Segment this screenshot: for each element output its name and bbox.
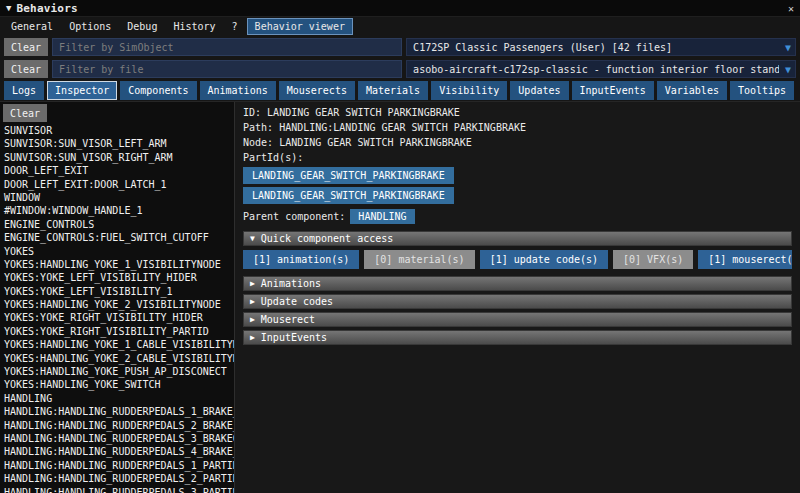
- list-toolbar: Clear: [0, 102, 234, 124]
- tab[interactable]: Mouserects: [279, 81, 355, 100]
- tab[interactable]: Updates: [510, 81, 568, 100]
- list-item[interactable]: YOKES:HANDLING_YOKE_1_VISIBILITYNODE: [0, 258, 234, 271]
- id-line: ID: LANDING_GEAR_SWITCH_PARKINGBRAKE: [243, 107, 792, 118]
- list-item[interactable]: HANDLING: [0, 392, 234, 405]
- id-label: ID:: [243, 107, 261, 118]
- clear-simobject-filter-button[interactable]: Clear: [4, 38, 48, 56]
- id-value: LANDING_GEAR_SWITCH_PARKINGBRAKE: [267, 107, 460, 118]
- quick-access-button[interactable]: [0] VFX(s): [613, 250, 693, 269]
- path-line: Path: HANDLING:LANDING_GEAR_SWITCH_PARKI…: [243, 122, 792, 133]
- list-item[interactable]: YOKES:YOKE_LEFT_VISIBILITY_1: [0, 285, 234, 298]
- collapsed-section-header[interactable]: ▶ InputEvents: [243, 330, 792, 345]
- tab[interactable]: Animations: [200, 81, 276, 100]
- list-item[interactable]: YOKES:HANDLING_YOKE_1_CABLE_VISIBILITYNO…: [0, 338, 234, 351]
- list-item[interactable]: YOKES: [0, 245, 234, 258]
- list-item[interactable]: YOKES:HANDLING_YOKE_2_VISIBILITYNODE: [0, 298, 234, 311]
- collapsed-section-header[interactable]: ▶ Mouserect: [243, 312, 792, 327]
- list-item[interactable]: DOOR_LEFT_EXIT: [0, 164, 234, 177]
- list-item[interactable]: YOKES:HANDLING_YOKE_2_CABLE_VISIBILITYNO…: [0, 352, 234, 365]
- list-item[interactable]: HANDLING:HANDLING_RUDDERPEDALS_2_PARTID: [0, 472, 234, 485]
- collapsed-sections: ▶ Animations ▶ Update codes ▶ Mouserect …: [243, 276, 792, 345]
- collapsed-icon: ▶: [250, 295, 255, 309]
- tab[interactable]: Materials: [358, 81, 428, 100]
- quick-access-buttons: [1] animation(s)[0] material(s)[1] updat…: [243, 250, 792, 269]
- tab[interactable]: InputEvents: [572, 81, 654, 100]
- list-item[interactable]: HANDLING:HANDLING_RUDDERPEDALS_2_BRAKE_P…: [0, 419, 234, 432]
- collapsed-icon: ▶: [250, 277, 255, 291]
- list-item[interactable]: DOOR_LEFT_EXIT:DOOR_LATCH_1: [0, 178, 234, 191]
- list-item[interactable]: YOKES:YOKE_RIGHT_VISIBILITY_PARTID: [0, 325, 234, 338]
- file-filter-input[interactable]: [52, 60, 402, 78]
- file-dropdown[interactable]: asobo-aircraft-c172sp-classic - function…: [406, 60, 796, 78]
- list-item[interactable]: SUNVISOR:SUN_VISOR_RIGHT_ARM: [0, 151, 234, 164]
- simobject-filter-input[interactable]: [52, 38, 402, 56]
- list-item[interactable]: HANDLING:HANDLING_RUDDERPEDALS_1_PARTID: [0, 459, 234, 472]
- collapsed-section-header[interactable]: ▶ Update codes: [243, 294, 792, 309]
- quick-access-button[interactable]: [1] update code(s): [480, 250, 608, 269]
- partid-button[interactable]: LANDING_GEAR_SWITCH_PARKINGBRAKE: [243, 167, 454, 184]
- list-item[interactable]: HANDLING:HANDLING_RUDDERPEDALS_4_BRAKE_P…: [0, 445, 234, 458]
- clear-file-filter-button[interactable]: Clear: [4, 60, 48, 78]
- behavior-list-panel: Clear SUNVISORSUNVISOR:SUN_VISOR_LEFT_AR…: [0, 102, 235, 493]
- menu-item[interactable]: History: [166, 19, 222, 34]
- tab[interactable]: Variables: [657, 81, 727, 100]
- behavior-list: SUNVISORSUNVISOR:SUN_VISOR_LEFT_ARMSUNVI…: [0, 124, 234, 493]
- menu-item[interactable]: General: [4, 19, 60, 34]
- list-item[interactable]: YOKES:YOKE_RIGHT_VISIBILITY_HIDER: [0, 311, 234, 324]
- section-title: Mouserect: [261, 313, 315, 327]
- simobject-dropdown-value: C172SP Classic Passengers (User) [42 fil…: [413, 42, 779, 53]
- clear-list-button[interactable]: Clear: [3, 104, 47, 122]
- parent-component-button[interactable]: HANDLING: [350, 209, 414, 224]
- partid-button[interactable]: LANDING_GEAR_SWITCH_PARKINGBRAKE: [243, 187, 454, 204]
- behaviors-window: ▼ Behaviors ✕ GeneralOptionsDebugHistory…: [0, 0, 800, 493]
- parent-component-label: Parent component:: [243, 211, 345, 222]
- section-title: Animations: [261, 277, 321, 291]
- list-item[interactable]: SUNVISOR:SUN_VISOR_LEFT_ARM: [0, 137, 234, 150]
- simobject-dropdown[interactable]: C172SP Classic Passengers (User) [42 fil…: [406, 38, 796, 56]
- menu-item[interactable]: Debug: [120, 19, 164, 34]
- menu-item[interactable]: Options: [62, 19, 118, 34]
- simobject-filter-row: Clear C172SP Classic Passengers (User) […: [0, 36, 800, 58]
- tab[interactable]: Inspector: [47, 81, 117, 100]
- tab[interactable]: Components: [120, 81, 196, 100]
- quick-access-button[interactable]: [1] animation(s): [243, 250, 359, 269]
- content-area: Clear SUNVISORSUNVISOR:SUN_VISOR_LEFT_AR…: [0, 101, 800, 493]
- section-quick-component-access[interactable]: ▼ Quick component access: [243, 231, 792, 246]
- list-item[interactable]: WINDOW: [0, 191, 234, 204]
- menu-item[interactable]: Behavior viewer: [247, 18, 353, 35]
- list-item[interactable]: YOKES:HANDLING_YOKE_PUSH_AP_DISCONECT: [0, 365, 234, 378]
- node-label: Node:: [243, 137, 273, 148]
- tab[interactable]: Visibility: [431, 81, 507, 100]
- section-title: InputEvents: [261, 331, 327, 345]
- node-value: LANDING_GEAR_SWITCH_PARKINGBRAKE: [279, 137, 472, 148]
- list-item[interactable]: SUNVISOR: [0, 124, 234, 137]
- list-item[interactable]: #WINDOW:WINDOW_HANDLE_1: [0, 204, 234, 217]
- file-filter-row: Clear asobo-aircraft-c172sp-classic - fu…: [0, 58, 800, 80]
- partids-label: PartId(s):: [243, 152, 303, 163]
- list-item[interactable]: HANDLING:HANDLING_RUDDERPEDALS_3_BRAKE00…: [0, 432, 234, 445]
- list-item[interactable]: HANDLING:HANDLING_RUDDERPEDALS_1_BRAKE_P…: [0, 405, 234, 418]
- collapsed-icon: ▶: [250, 313, 255, 327]
- menu-item[interactable]: ?: [225, 19, 245, 34]
- list-item[interactable]: ENGINE_CONTROLS:FUEL_SWITCH_CUTOFF: [0, 231, 234, 244]
- expanded-icon: ▼: [250, 232, 255, 246]
- quick-access-button[interactable]: [0] material(s): [364, 250, 474, 269]
- tab[interactable]: Logs: [4, 81, 44, 100]
- quick-access-button[interactable]: [1] mouserect(s): [698, 250, 792, 269]
- collapse-window-icon[interactable]: ▼: [6, 3, 11, 13]
- section-title: Quick component access: [261, 232, 393, 246]
- partids-line: PartId(s):: [243, 152, 792, 163]
- list-item[interactable]: YOKES:HANDLING_YOKE_SWITCH: [0, 378, 234, 391]
- node-line: Node: LANDING_GEAR_SWITCH_PARKINGBRAKE: [243, 137, 792, 148]
- collapsed-section-header[interactable]: ▶ Animations: [243, 276, 792, 291]
- tab[interactable]: Tooltips: [730, 81, 794, 100]
- list-item[interactable]: HANDLING:HANDLING_RUDDERPEDALS_3_PARTID: [0, 486, 234, 493]
- tab-bar: LogsInspectorComponentsAnimationsMousere…: [0, 80, 800, 101]
- dropdown-arrow-icon: ▼: [785, 42, 791, 53]
- close-icon[interactable]: ✕: [788, 3, 794, 14]
- list-item[interactable]: YOKES:YOKE_LEFT_VISIBILITY_HIDER: [0, 271, 234, 284]
- parent-component-line: Parent component: HANDLING: [243, 209, 792, 224]
- title-bar: ▼ Behaviors ✕: [0, 0, 800, 17]
- partid-buttons: LANDING_GEAR_SWITCH_PARKINGBRAKELANDING_…: [243, 167, 792, 204]
- list-item[interactable]: ENGINE_CONTROLS: [0, 218, 234, 231]
